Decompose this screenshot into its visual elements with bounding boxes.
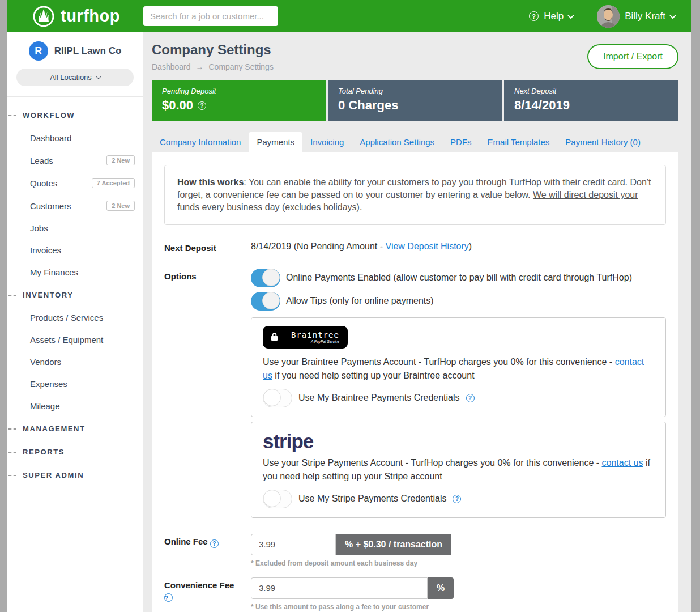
convenience-fee-addon: %: [428, 577, 454, 599]
company-name: RIIPL Lawn Co: [54, 45, 122, 57]
stat-total-pending: Total Pending 0 Charges: [328, 80, 502, 121]
settings-tabs: Company Information Payments Invoicing A…: [152, 132, 678, 152]
sidebar-section-management[interactable]: MANAGEMENT: [7, 417, 143, 440]
logo-divider: [285, 330, 285, 344]
toggle-online-payments[interactable]: [251, 269, 280, 287]
sidebar-item-vendors[interactable]: Vendors: [7, 351, 143, 373]
tab-application-settings[interactable]: Application Settings: [352, 132, 442, 152]
breadcrumb-arrow-icon: →: [196, 62, 204, 71]
chevron-down-icon: [96, 74, 101, 79]
tab-company-information[interactable]: Company Information: [152, 132, 249, 152]
sidebar-section-reports[interactable]: REPORTS: [7, 440, 143, 464]
menu-dashes-icon: [8, 295, 16, 296]
stat-next-deposit: Next Deposit 8/14/2019: [504, 80, 678, 121]
online-fee-note: * Excluded from deposit amount each busi…: [251, 559, 666, 567]
help-label: Help: [544, 11, 564, 22]
location-selector-label: All Locations: [50, 73, 92, 82]
help-icon[interactable]: ?: [198, 101, 206, 110]
contact-us-link[interactable]: contact us: [602, 458, 643, 468]
view-deposit-history-link[interactable]: View Deposit History: [386, 241, 469, 251]
tab-pdfs[interactable]: PDFs: [442, 132, 480, 152]
sidebar-item-leads[interactable]: Leads 2 New: [7, 149, 143, 172]
sidebar-item-invoices[interactable]: Invoices: [7, 239, 143, 261]
menu-dashes-icon: [8, 475, 16, 476]
convenience-fee-row: Convenience Fee ? % * Use this amount to…: [164, 577, 666, 611]
payments-panel: How this works: You can enable the abili…: [152, 152, 678, 612]
toggle-knob: [262, 292, 280, 309]
user-menu[interactable]: Billy Kraft: [597, 5, 675, 28]
breadcrumb-current: Company Settings: [209, 62, 274, 71]
convenience-fee-label: Convenience Fee ?: [164, 577, 251, 611]
sidebar-section-inventory[interactable]: INVENTORY: [7, 283, 143, 307]
how-this-works-box: How this works: You can enable the abili…: [164, 165, 666, 225]
stat-value: 8/14/2019: [514, 98, 570, 113]
tab-payments[interactable]: Payments: [249, 132, 302, 152]
sidebar-section-workflow[interactable]: WORKFLOW: [7, 104, 143, 127]
stripe-desc-text: Use your Stripe Payments Account - TurfH…: [263, 458, 602, 468]
help-menu[interactable]: ? Help: [529, 11, 573, 22]
import-export-button[interactable]: Import / Export: [587, 44, 678, 69]
breadcrumb-dashboard[interactable]: Dashboard: [152, 62, 191, 71]
help-icon: ?: [529, 11, 539, 21]
section-label: INVENTORY: [23, 291, 74, 299]
braintree-logo-subtext: A PayPal Service: [311, 339, 339, 343]
sidebar-item-quotes[interactable]: Quotes 7 Accepted: [7, 172, 143, 194]
convenience-fee-input[interactable]: [251, 577, 428, 599]
right-scrollbar-track[interactable]: [691, 0, 700, 612]
how-lead: How this works: [177, 177, 244, 187]
sidebar-item-assets-equipment[interactable]: Assets / Equipment: [7, 329, 143, 351]
online-fee-label: Online Fee?: [164, 534, 251, 567]
toggle-stripe-credentials[interactable]: [263, 490, 292, 508]
options-row: Options Online Payments Enabled (allow c…: [164, 269, 666, 311]
lock-icon: [270, 332, 279, 342]
convenience-fee-label-text: Convenience Fee: [164, 580, 234, 590]
item-label: Products / Services: [30, 313, 103, 322]
page-title: Company Settings: [152, 42, 274, 58]
sidebar-item-expenses[interactable]: Expenses: [7, 373, 143, 395]
sidebar-item-mileage[interactable]: Mileage: [7, 395, 143, 417]
online-fee-addon: % + $0.30 / transaction: [336, 534, 451, 555]
search-input[interactable]: [143, 6, 278, 26]
tab-invoicing[interactable]: Invoicing: [302, 132, 352, 152]
toggle-allow-tips-label: Allow Tips (only for online payments): [286, 296, 434, 306]
tab-email-templates[interactable]: Email Templates: [480, 132, 558, 152]
left-scrollbar-track[interactable]: [0, 0, 7, 612]
section-label: MANAGEMENT: [23, 424, 86, 433]
menu-dashes-icon: [8, 452, 16, 453]
sidebar-item-dashboard[interactable]: Dashboard: [7, 127, 143, 149]
sidebar-item-jobs[interactable]: Jobs: [7, 217, 143, 239]
item-label: Customers: [30, 201, 71, 211]
sidebar-item-customers[interactable]: Customers 2 New: [7, 194, 143, 217]
stat-label: Pending Deposit: [162, 87, 316, 95]
toggle-allow-tips[interactable]: [251, 292, 280, 311]
user-name: Billy Kraft: [625, 11, 665, 22]
stat-value: $0.00: [162, 98, 193, 113]
toggle-knob: [263, 389, 281, 406]
main-content: Company Settings Dashboard → Company Set…: [143, 32, 691, 612]
toggle-braintree-credentials[interactable]: [263, 389, 292, 407]
item-label: Invoices: [30, 245, 61, 255]
sidebar: R RIIPL Lawn Co All Locations WORKFLOW D…: [7, 32, 143, 612]
help-icon[interactable]: ?: [466, 394, 475, 402]
app-window: turfhop ? Help: [7, 0, 691, 612]
stat-value: 0 Charges: [338, 98, 398, 113]
braintree-credentials-label: Use My Braintree Payments Credentials: [298, 393, 460, 403]
help-icon[interactable]: ?: [453, 495, 461, 503]
location-selector[interactable]: All Locations: [16, 69, 134, 86]
braintree-desc-text-after: if you need help setting up your Braintr…: [272, 371, 475, 380]
stripe-credentials-label: Use My Stripe Payments Credentials: [298, 494, 446, 504]
tab-payment-history[interactable]: Payment History (0): [557, 132, 648, 152]
help-icon[interactable]: ?: [164, 593, 173, 602]
app-logo[interactable]: turfhop: [32, 5, 120, 28]
online-fee-input[interactable]: [251, 534, 336, 555]
brand-name: turfhop: [61, 7, 120, 26]
braintree-box: Braintree A PayPal Service Use your Brai…: [251, 317, 666, 417]
chevron-down-icon: [669, 12, 676, 18]
stats-bar: Pending Deposit $0.00 ? Total Pending 0 …: [152, 80, 678, 121]
online-fee-label-text: Online Fee: [164, 537, 208, 546]
user-avatar: [597, 5, 620, 28]
help-icon[interactable]: ?: [210, 539, 219, 548]
sidebar-section-super-admin[interactable]: SUPER ADMIN: [7, 464, 143, 487]
sidebar-item-products-services[interactable]: Products / Services: [7, 307, 143, 329]
sidebar-item-my-finances[interactable]: My Finances: [7, 261, 143, 283]
